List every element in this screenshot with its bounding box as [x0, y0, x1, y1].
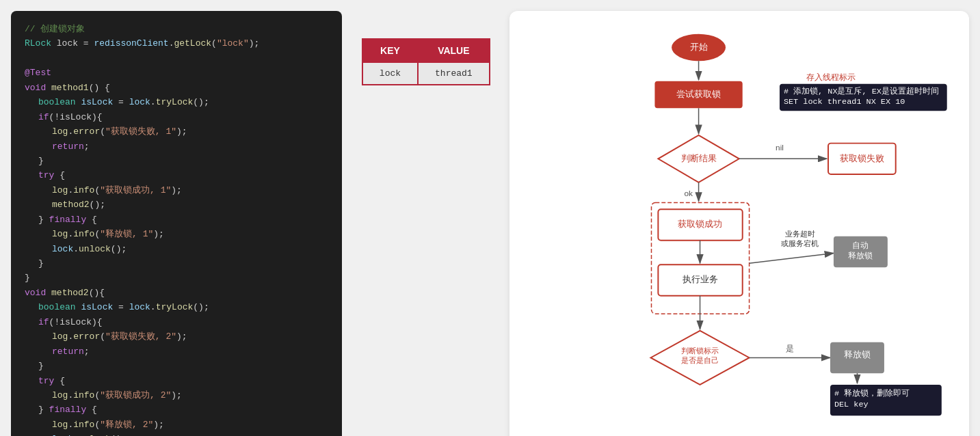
- ok-label: ok: [685, 189, 693, 198]
- code-line: lock.unlock();: [25, 242, 328, 256]
- store-flag-label: 存入线程标示: [807, 72, 856, 82]
- code-string: "lock": [217, 38, 249, 49]
- code-line: boolean isLock = lock.tryLock();: [25, 95, 328, 109]
- arrow-timeout: [750, 253, 834, 263]
- code-log: log: [52, 126, 68, 137]
- code-line: log.info("释放锁, 1");: [25, 227, 328, 241]
- code-line: }: [25, 256, 328, 271]
- code-line: void method1() {: [25, 81, 328, 95]
- code-annotation: @Test: [25, 68, 51, 78]
- code-method: method1: [51, 83, 89, 93]
- code-var: lock: [129, 302, 150, 312]
- table-header-value: VALUE: [418, 39, 490, 62]
- code-line: return;: [25, 344, 328, 359]
- yes-label: 是: [786, 344, 794, 353]
- code-keyword: void: [25, 288, 46, 298]
- code-line: log.info("获取锁成功, 2");: [25, 388, 328, 403]
- code-log: log: [52, 185, 68, 195]
- code-string: "释放锁, 2": [100, 420, 153, 430]
- timeout-label2: 或服务宕机: [782, 239, 819, 247]
- code-method: tryLock: [156, 97, 194, 107]
- code-var: lock: [52, 244, 73, 254]
- code-method: getLock: [174, 38, 211, 49]
- nil-label: nil: [776, 143, 784, 152]
- code-line: RLock lock = redissonClient.getLock("loc…: [25, 36, 328, 51]
- del-command-line1: # 释放锁，删除即可: [834, 389, 910, 398]
- code-keyword: return: [52, 141, 84, 152]
- set-command-line1: # 添加锁, NX是互斥, EX是设置超时时间: [784, 87, 939, 96]
- code-keyword: finally: [49, 215, 87, 225]
- code-line: }: [25, 359, 328, 373]
- code-method: info: [73, 229, 94, 239]
- code-type: RLock: [25, 38, 51, 49]
- table-row: lock thread1: [362, 62, 490, 85]
- code-line: [25, 51, 328, 66]
- table-header-key: KEY: [362, 39, 418, 62]
- code-line: log.error("获取锁失败, 2");: [25, 329, 328, 344]
- code-log: log: [52, 229, 68, 239]
- table-cell-key: lock: [362, 62, 418, 85]
- flowchart-svg: 开始 尝试获取锁 存入线程标示 # 添加锁, NX是互斥, EX是设置超时时间 …: [523, 25, 955, 428]
- code-line: method2();: [25, 197, 328, 212]
- table-cell-value: thread1: [418, 62, 490, 85]
- code-comment: // 创建锁对象: [25, 24, 85, 34]
- code-method: error: [73, 126, 100, 137]
- code-var: isLock: [81, 302, 113, 312]
- set-command-line2: SET lock thread1 NX EX 10: [784, 97, 905, 107]
- code-type: boolean: [38, 302, 76, 312]
- lock-fail-label: 获取锁失败: [840, 153, 884, 163]
- code-line: try {: [25, 168, 328, 182]
- code-string: "释放锁, 1": [100, 229, 153, 239]
- code-line: boolean isLock = lock.tryLock();: [25, 300, 328, 314]
- code-line: try {: [25, 374, 328, 388]
- code-string: "获取锁失败, 1": [105, 126, 176, 137]
- code-var: redissonClient: [94, 38, 168, 49]
- code-line: if(!isLock){: [25, 315, 328, 329]
- code-keyword: try: [38, 170, 54, 180]
- code-panel: // 创建锁对象 RLock lock = redissonClient.get…: [11, 11, 342, 436]
- start-label: 开始: [690, 42, 708, 52]
- code-line: log.error("获取锁失败, 1");: [25, 124, 328, 139]
- code-line: } finally {: [25, 403, 328, 417]
- auto-release-label2: 释放锁: [849, 251, 873, 260]
- code-line: return;: [25, 139, 328, 154]
- code-string: "获取锁失败, 2": [105, 331, 176, 342]
- judge-owner-label1: 判断锁标示: [681, 346, 719, 355]
- kv-table: KEY VALUE lock thread1: [362, 38, 490, 85]
- code-var: isLock: [81, 97, 113, 107]
- code-keyword: try: [38, 376, 54, 386]
- code-keyword: if: [38, 317, 49, 327]
- code-line: void method2(){: [25, 286, 328, 300]
- code-keyword: if: [38, 112, 49, 122]
- code-var: lock: [129, 97, 150, 107]
- code-line: log.info("释放锁, 2");: [25, 418, 328, 432]
- code-method: info: [73, 390, 94, 400]
- code-line: log.info("获取锁成功, 1");: [25, 183, 328, 197]
- lock-success-label: 获取锁成功: [678, 219, 722, 229]
- code-method: info: [73, 420, 94, 430]
- code-line: // 创建锁对象: [25, 22, 328, 36]
- code-method: unlock: [79, 244, 111, 254]
- code-method: error: [73, 331, 100, 342]
- code-line: }: [25, 154, 328, 168]
- code-line: if(!isLock){: [25, 110, 328, 124]
- code-type: boolean: [38, 97, 76, 107]
- code-line: @Test: [25, 66, 328, 80]
- code-line: } finally {: [25, 213, 328, 227]
- code-method: info: [73, 185, 94, 195]
- code-method: tryLock: [156, 302, 194, 312]
- try-lock-label: 尝试获取锁: [676, 89, 721, 99]
- code-log: log: [52, 390, 68, 400]
- timeout-label1: 业务超时: [785, 230, 815, 238]
- code-keyword: finally: [49, 405, 87, 415]
- del-command-line2: DEL key: [834, 400, 869, 409]
- judge-owner-label2: 是否是自己: [681, 356, 719, 364]
- code-string: "获取锁成功, 2": [100, 390, 171, 400]
- judge-result-label: 判断结果: [681, 153, 717, 163]
- code-log: log: [52, 420, 68, 430]
- exec-business-label: 执行业务: [683, 274, 718, 284]
- release-lock-label: 释放锁: [844, 349, 871, 359]
- code-method: method2: [51, 288, 89, 298]
- code-keyword: return: [52, 346, 84, 357]
- code-method: method2: [52, 200, 90, 210]
